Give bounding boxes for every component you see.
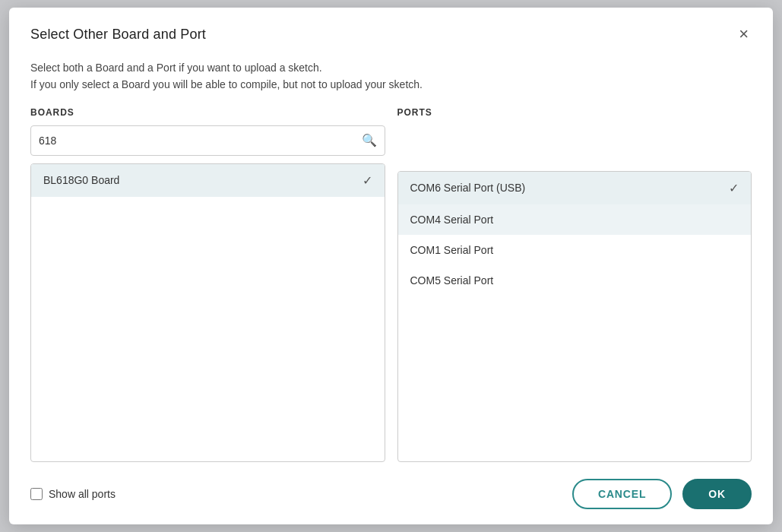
port-item-com1[interactable]: COM1 Serial Port (398, 235, 752, 265)
port-item-com5[interactable]: COM5 Serial Port (398, 265, 752, 296)
port-item-name-com5: COM5 Serial Port (410, 274, 494, 287)
board-item-name: BL618G0 Board (43, 174, 119, 186)
dialog-overlay: Select Other Board and Port × Select bot… (0, 0, 782, 532)
board-item-bl618g0[interactable]: BL618G0 Board ✓ (31, 164, 385, 197)
port-item-com6[interactable]: COM6 Serial Port (USB) ✓ (398, 172, 752, 204)
port-selected-icon: ✓ (729, 181, 739, 195)
dialog-title: Select Other Board and Port (30, 27, 206, 43)
description-line1: Select both a Board and a Port if you wa… (30, 59, 752, 76)
boards-column: BOARDS 🔍 BL618G0 Board ✓ (30, 107, 385, 462)
boards-search-box[interactable]: 🔍 (30, 125, 385, 156)
ports-column: PORTS COM6 Serial Port (USB) ✓ COM4 Seri… (397, 107, 752, 462)
footer-buttons: CANCEL OK (572, 479, 752, 509)
boards-list[interactable]: BL618G0 Board ✓ (30, 163, 385, 462)
boards-label: BOARDS (30, 107, 385, 118)
boards-search-input[interactable] (39, 135, 362, 147)
dialog: Select Other Board and Port × Select bot… (9, 8, 773, 524)
ports-spacer (397, 125, 752, 163)
show-all-ports-label: Show all ports (49, 488, 116, 500)
port-item-name-com6: COM6 Serial Port (USB) (410, 182, 526, 194)
dialog-description: Select both a Board and a Port if you wa… (9, 56, 773, 107)
close-button[interactable]: × (736, 24, 752, 44)
dialog-columns: BOARDS 🔍 BL618G0 Board ✓ PORTS (9, 107, 773, 462)
dialog-header: Select Other Board and Port × (9, 8, 773, 56)
search-icon: 🔍 (362, 133, 377, 147)
dialog-footer: Show all ports CANCEL OK (9, 465, 773, 524)
ports-list[interactable]: COM6 Serial Port (USB) ✓ COM4 Serial Por… (397, 171, 752, 462)
show-all-ports-checkbox[interactable] (30, 488, 43, 500)
port-item-name-com4: COM4 Serial Port (410, 214, 494, 226)
show-all-ports-section: Show all ports (30, 488, 116, 500)
ok-button[interactable]: OK (682, 479, 752, 509)
port-item-name-com1: COM1 Serial Port (410, 244, 494, 256)
board-selected-icon: ✓ (363, 173, 372, 188)
port-item-com4[interactable]: COM4 Serial Port (398, 204, 752, 235)
description-line2: If you only select a Board you will be a… (30, 76, 752, 93)
cancel-button[interactable]: CANCEL (572, 479, 672, 509)
ports-label: PORTS (397, 107, 752, 118)
